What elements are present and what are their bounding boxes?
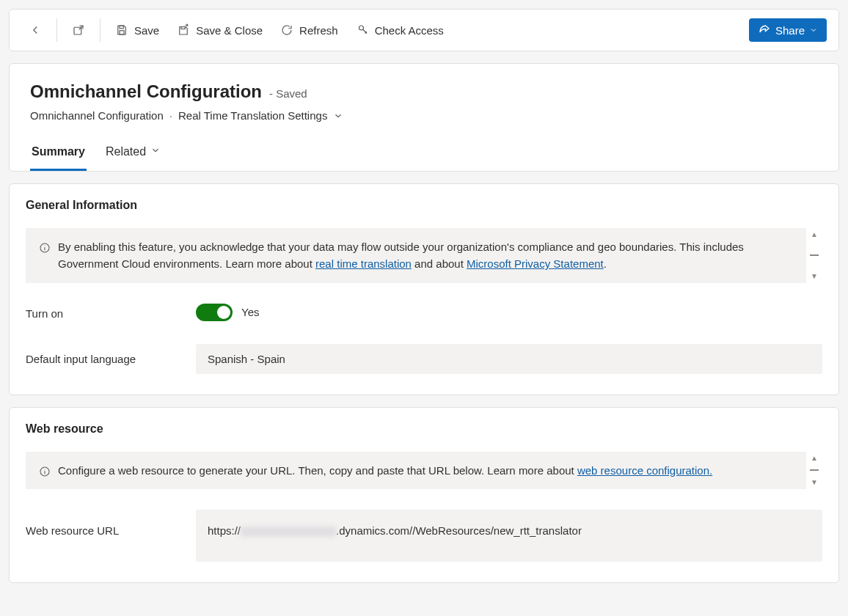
save-icon [115,23,128,37]
info-banner-text: Configure a web resource to generate you… [58,462,712,479]
web-resource-url-label: Web resource URL [26,510,196,537]
tab-list: Summary Related [30,138,818,171]
chevron-down-icon [809,26,818,34]
refresh-button[interactable]: Refresh [273,18,346,43]
url-prefix: https:// [208,524,241,537]
field-web-resource-url: Web resource URL https://.dynamics.com//… [26,510,822,562]
field-turn-on: Turn on Yes [26,304,822,323]
section-title: Web resource [26,422,822,436]
tab-summary-label: Summary [32,145,85,158]
chevron-down-icon [150,145,161,158]
scroll-up-icon[interactable]: ▲ [811,455,818,462]
save-label: Save [134,24,159,37]
scroll-down-icon[interactable]: ▼ [811,479,818,486]
turn-on-label: Turn on [26,307,196,320]
back-arrow-icon [29,23,42,37]
breadcrumb-form-name[interactable]: Real Time Translation Settings [178,109,327,122]
check-access-label: Check Access [375,24,444,37]
scroll-indicator[interactable]: ▲ ▼ [806,452,822,489]
section-web-resource: Web resource Configure a web resource to… [9,407,839,583]
svg-rect-3 [181,27,185,29]
save-close-button[interactable]: Save & Close [169,18,270,43]
info-banner: Configure a web resource to generate you… [26,452,806,489]
tab-related-label: Related [106,145,146,158]
url-suffix: .dynamics.com//WebResources/new_rtt_tran… [336,524,582,537]
default-language-label: Default input language [26,353,196,365]
tab-related[interactable]: Related [104,138,162,171]
separator [56,18,57,42]
saved-status: - Saved [269,87,307,100]
command-bar: Save Save & Close Refresh Check Access S… [9,9,839,51]
breadcrumb-entity: Omnichannel Configuration [30,109,164,122]
save-close-label: Save & Close [196,24,263,37]
turn-on-toggle[interactable] [196,304,233,321]
section-general-information: General Information By enabling this fea… [9,183,839,395]
tab-summary[interactable]: Summary [30,138,87,171]
check-access-icon [356,23,369,37]
scroll-up-icon[interactable]: ▲ [811,231,818,238]
breadcrumb-separator: · [169,109,172,122]
field-default-input-language: Default input language Spanish - Spain [26,344,822,374]
back-button[interactable] [21,18,49,43]
svg-rect-1 [120,26,123,29]
open-new-window-button[interactable] [65,18,92,43]
section-title: General Information [26,199,822,212]
svg-point-4 [359,26,363,30]
toggle-knob [217,306,230,319]
share-button[interactable]: Share [749,18,827,42]
default-language-value[interactable]: Spanish - Spain [196,344,822,374]
page-title: Omnichannel Configuration [30,81,262,102]
link-web-resource-configuration[interactable]: web resource configuration. [577,464,712,477]
separator [100,18,100,42]
save-button[interactable]: Save [108,18,167,43]
link-real-time-translation[interactable]: real time translation [315,257,412,270]
redacted-org [241,527,336,537]
svg-rect-2 [120,31,124,34]
share-label: Share [775,24,805,37]
web-resource-url-input[interactable]: https://.dynamics.com//WebResources/new_… [196,510,822,562]
breadcrumb: Omnichannel Configuration · Real Time Tr… [30,109,818,122]
scroll-handle[interactable] [810,469,819,471]
record-header: Omnichannel Configuration - Saved Omnich… [9,63,839,172]
info-icon [39,241,51,253]
refresh-icon [280,23,293,37]
check-access-button[interactable]: Check Access [348,18,451,43]
info-banner: By enabling this feature, you acknowledg… [26,228,806,283]
turn-on-value: Yes [241,306,259,318]
popout-icon [72,23,85,37]
share-icon [758,23,771,37]
info-icon [39,465,51,477]
scroll-indicator[interactable]: ▲ ▼ [806,228,822,283]
save-close-icon [177,23,190,37]
link-privacy-statement[interactable]: Microsoft Privacy Statement [467,257,604,270]
scroll-down-icon[interactable]: ▼ [811,273,818,280]
chevron-down-icon[interactable] [333,111,343,121]
info-banner-text: By enabling this feature, you acknowledg… [58,238,793,273]
scroll-handle[interactable] [810,254,819,256]
refresh-label: Refresh [299,24,338,37]
